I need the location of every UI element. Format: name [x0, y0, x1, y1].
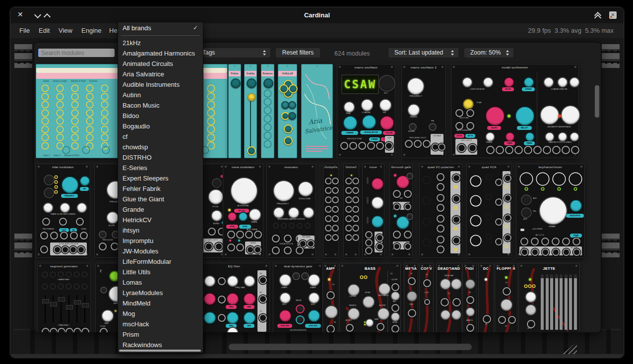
module-card-macro-oscillator-2[interactable]: macro oscillator 2FREQUENCYTIMBREMODELFM…	[401, 64, 446, 158]
module-card-meta-modulator[interactable]: meta modulatorALGORITHMINT. OSCTIMBRELEV…	[223, 164, 263, 258]
brand-option[interactable]: MindMeld	[118, 298, 203, 308]
module-card-jette[interactable]: JETTEINPUT	[518, 263, 580, 333]
brand-option[interactable]: mscHack	[118, 319, 203, 329]
module-card-flopper[interactable]: FLOPPERCVIN	[495, 263, 517, 333]
dot	[102, 118, 108, 124]
module-card-tidal-modulator[interactable]: tidal modulatorFREQUENCYFMSHAPE SLOPE SM…	[36, 164, 90, 258]
close-icon[interactable]: ✕	[17, 10, 23, 18]
brand-option[interactable]: LyraeModules	[118, 288, 203, 298]
module-card-eq-filter[interactable]: EQ filterHPBPLPFREQ GAINFREQGAINFREQGAIN	[198, 263, 270, 333]
brand-option-all[interactable]: All brands ✓	[118, 22, 203, 34]
screw-icon	[574, 154, 576, 156]
slider-handle[interactable]	[66, 305, 73, 309]
module-card-resonator[interactable]: resonatorFREQUENCYSTRUCTUREBRIGHTNESS DA…	[266, 164, 316, 258]
brand-option[interactable]: Glue the Giant	[118, 194, 203, 204]
brand-option[interactable]: Audible Instruments	[118, 79, 203, 90]
knob	[230, 177, 258, 205]
jack	[468, 144, 477, 152]
module-card-mixer[interactable]: mixer	[362, 164, 384, 258]
brand-option[interactable]: Prism	[118, 329, 203, 340]
module-card[interactable]: ♥AriaSalvatrice	[301, 64, 333, 158]
module-card-dual-dynamics-gate[interactable]: dual dynamics gateSHAPESHAPEMODMODMETERL…	[273, 263, 323, 333]
brand-option[interactable]: Expert Sleepers	[118, 173, 203, 183]
slider-handle[interactable]	[74, 300, 81, 304]
jack	[40, 232, 48, 240]
brand-option[interactable]: E-Series	[118, 163, 203, 173]
brand-option[interactable]: Grande	[118, 204, 203, 215]
module-card-keyframer-mixer[interactable]: keyframer/mixerADDDELEDITFRAMEMODULATION…	[516, 164, 585, 258]
slider-handle[interactable]	[82, 303, 89, 307]
module-card-modal-synthesizer[interactable]: modal synthesizerCONTOUR BOWBLOWSTRIKECO…	[451, 64, 579, 158]
dot	[290, 224, 294, 228]
horizontal-scrollbar[interactable]	[229, 344, 472, 350]
brand-option[interactable]: Fehler Fabrik	[118, 183, 203, 194]
module-card-pokies[interactable]: ♥Pokies	[228, 64, 241, 158]
brand-option[interactable]: Bidoo	[118, 111, 203, 121]
module-card-quad-vca[interactable]: quad VCA	[466, 164, 512, 258]
module-card-deadband[interactable]: DEADBANDWIDTH GAPCV	[436, 263, 462, 333]
slider-handle[interactable]	[58, 297, 65, 302]
dot	[432, 75, 435, 78]
module-card-amp[interactable]: AMPCVIN	[322, 263, 338, 333]
brand-option[interactable]: cf	[118, 131, 203, 142]
title-bar[interactable]: Cardinal ✕ ✕	[10, 7, 624, 23]
module-card-bass[interactable]: BASSCVCUTOFFRESONANCEDECAYENVMODACCENTGA…	[339, 263, 401, 333]
knob	[227, 275, 239, 287]
brand-option[interactable]: 21kHz	[118, 38, 203, 48]
search-input[interactable]	[38, 49, 115, 57]
dot	[454, 207, 456, 209]
brand-option[interactable]: Aria Salvatrice	[118, 69, 203, 79]
brand-option[interactable]: Amalgamated Harmonics	[118, 48, 203, 59]
module-label: ADD	[531, 198, 538, 200]
brand-option[interactable]: Mog	[118, 308, 203, 319]
slider-handle[interactable]	[50, 302, 57, 306]
module-card-digi[interactable]: DIGICVANALOG	[462, 263, 477, 333]
brand-option[interactable]: Bogaudio	[118, 121, 203, 131]
module-card-macro-oscillator[interactable]: macro oscillatorCSAWEXTFINECOARSEFMTIMBR…	[337, 64, 395, 158]
dropdown-scrollbar[interactable]	[119, 350, 201, 352]
module-card-utilities[interactable]: utilities	[343, 164, 359, 258]
dot	[427, 103, 429, 106]
brand-option[interactable]: Bacon Music	[118, 100, 203, 111]
led	[115, 310, 117, 312]
module-card-dc[interactable]: DCIN	[478, 263, 494, 333]
brand-option[interactable]: Rackwindows	[118, 340, 203, 350]
module-card-rotatoes[interactable]: ♥Rotatoes	[261, 64, 274, 158]
brand-option[interactable]: Animated Circuits	[118, 59, 203, 69]
brand-option[interactable]: JW-Modules	[118, 246, 203, 256]
brand-option[interactable]: Impromptu	[118, 236, 203, 246]
brand-option[interactable]: Lomas	[118, 277, 203, 288]
menu-engine[interactable]: Engine	[81, 27, 101, 34]
brand-option[interactable]: LifeFormModular	[118, 256, 203, 267]
module-card-grabby[interactable]: ♥Grabby	[244, 64, 257, 158]
knob	[465, 279, 476, 290]
menu-edit[interactable]: Edit	[39, 27, 50, 34]
module-card-segment-generator[interactable]: segment generator• SHAPE/TIME •• TIME/LE…	[37, 263, 91, 333]
brand-option[interactable]: chowdsp	[118, 142, 203, 152]
module-card-undular[interactable]: ♥UnDuLaR	[278, 64, 297, 158]
dot	[438, 91, 440, 94]
module-card-quad-vc-polarizer[interactable]: quad VC-polarizer	[419, 164, 462, 258]
knob	[99, 231, 107, 239]
vertical-scrollbar[interactable]	[595, 85, 599, 118]
brand-option[interactable]: ihtsyn	[118, 225, 203, 236]
menu-file[interactable]: File	[19, 27, 30, 34]
brand-option[interactable]: HetrickCV	[118, 215, 203, 225]
screw-icon	[507, 253, 509, 255]
brand-option[interactable]: Autinn	[118, 90, 203, 100]
sort-select[interactable]: Sort: Last updated	[388, 48, 458, 58]
module-card-bernoulli-gate[interactable]: bernoulli gateIN P	[389, 164, 413, 258]
tags-select[interactable]: Tags	[193, 48, 270, 58]
menu-view[interactable]: View	[59, 27, 72, 34]
brand-option[interactable]: Little Utils	[118, 267, 203, 277]
zoom-select[interactable]: Zoom: 50%	[464, 48, 513, 58]
brand-option[interactable]: DISTRHO	[118, 152, 203, 163]
reset-filters-button[interactable]: Reset filters	[276, 48, 320, 58]
module-card-conv[interactable]: CONVCV0-10V	[419, 263, 434, 333]
label-badge: EXT IN	[454, 134, 464, 138]
slider-handle[interactable]	[42, 299, 49, 303]
module-card-mera[interactable]: MERACVPRE	[404, 263, 418, 333]
screw-icon	[97, 265, 99, 267]
module-card-multiples[interactable]: multiples	[323, 164, 339, 258]
tray-app-icon[interactable]: ✕	[609, 11, 617, 19]
